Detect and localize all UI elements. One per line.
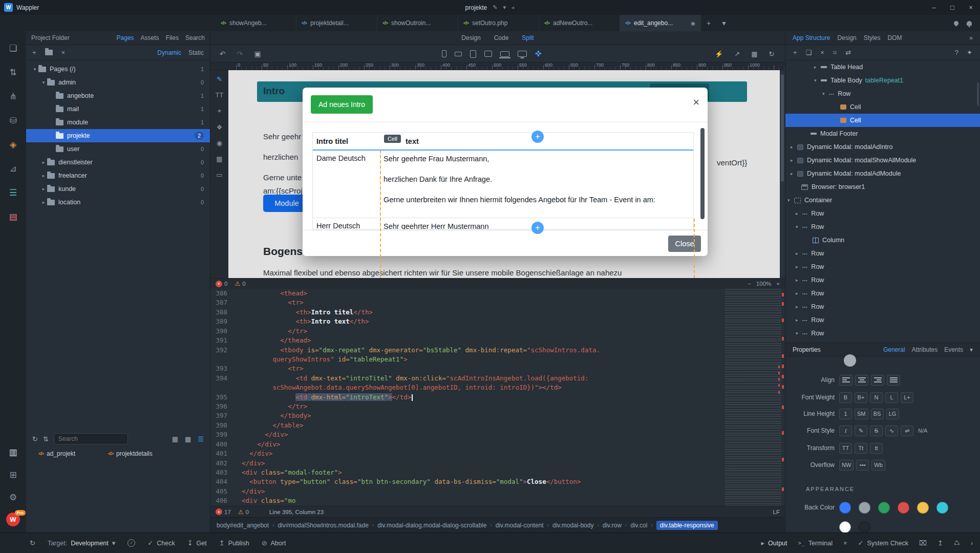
align-left-button[interactable] bbox=[839, 375, 853, 386]
tree-item[interactable]: user0 bbox=[26, 142, 210, 156]
chevron-right-icon[interactable]: ▸ bbox=[40, 173, 47, 178]
breadcrumb-item[interactable]: div#modalShowIntros.modal.fade bbox=[278, 522, 368, 529]
refresh-icon[interactable]: ↻ bbox=[769, 50, 774, 58]
publish-button[interactable]: ↥ Publish bbox=[219, 539, 249, 547]
target-tool-icon[interactable]: ⌖ bbox=[218, 107, 221, 115]
app-tree-item[interactable]: ▸•••Row bbox=[785, 313, 980, 327]
font-weight-option-3[interactable]: L bbox=[885, 392, 898, 403]
tree-item[interactable]: module1 bbox=[26, 116, 210, 129]
frame-tool-icon[interactable]: ▭ bbox=[216, 171, 222, 179]
font-weight-option-1[interactable]: B+ bbox=[855, 392, 867, 403]
app-tree-item[interactable]: ▸•••Row bbox=[785, 247, 980, 260]
tree-item[interactable]: projekte2 bbox=[26, 129, 210, 142]
chevron-right-icon[interactable]: ▸ bbox=[796, 251, 802, 256]
panel-tab-assets[interactable]: Assets bbox=[141, 34, 159, 41]
cell-titel[interactable]: Dame Deutsch bbox=[313, 151, 380, 218]
overflow-option-1[interactable]: ••• bbox=[856, 460, 869, 471]
deploy-icon[interactable]: ↥ bbox=[938, 539, 943, 547]
new-tab-button[interactable]: + bbox=[701, 15, 716, 31]
font-weight-option-0[interactable]: B bbox=[839, 392, 852, 403]
settings-gear-icon[interactable]: ⚙ bbox=[0, 486, 26, 508]
line-height-option-1[interactable]: SM bbox=[855, 409, 868, 419]
view-icon-0[interactable]: ▦ bbox=[172, 435, 178, 443]
project-dropdown-icon[interactable]: ▾ bbox=[503, 4, 506, 11]
line-height-option-0[interactable]: 1 bbox=[839, 409, 852, 419]
chevron-right-icon[interactable]: ▸ bbox=[40, 200, 47, 205]
app-tree-item[interactable]: ▸•••Row bbox=[785, 300, 980, 313]
routes-icon[interactable]: ⇅ bbox=[9, 60, 17, 84]
terminal-button[interactable]: >_ Terminal bbox=[798, 540, 833, 547]
tree-item[interactable]: angebote1 bbox=[26, 89, 210, 102]
inspect-icon[interactable]: ⚡ bbox=[715, 50, 723, 58]
color-swatch[interactable] bbox=[917, 502, 929, 514]
search-input[interactable] bbox=[58, 435, 123, 442]
app-tree-item[interactable]: ▸•••Row bbox=[785, 287, 980, 300]
add-element-icon[interactable]: + bbox=[793, 49, 797, 57]
font-style-option-4[interactable]: ⇌ bbox=[901, 426, 913, 436]
app-tree-item[interactable]: ▾Container bbox=[785, 194, 980, 207]
app-tree-item[interactable]: ▸Dynamic Modal: modalShowAllModule bbox=[785, 154, 980, 167]
color-preview-circle[interactable] bbox=[844, 354, 856, 367]
move-tool-icon[interactable]: ✜ bbox=[535, 49, 542, 58]
app-tree-item[interactable]: ▸Dynamic Modal: modalAdModule bbox=[785, 167, 980, 180]
project-switcher[interactable]: projekte ✎ ▾ + bbox=[465, 0, 515, 15]
packages-icon[interactable]: ▥ bbox=[0, 441, 26, 463]
chevron-right-icon[interactable]: ▸ bbox=[791, 158, 797, 163]
chevron-down-icon[interactable]: ▾ bbox=[822, 91, 829, 96]
chevron-right-icon[interactable]: ▸ bbox=[814, 65, 821, 70]
chevron-down-icon[interactable]: ▾ bbox=[970, 346, 973, 353]
sync-icon[interactable]: ↻ bbox=[30, 539, 35, 547]
chevron-right-icon[interactable]: ▸ bbox=[796, 317, 802, 323]
charts-icon[interactable]: ⊿ bbox=[9, 157, 17, 181]
history-icon[interactable]: ↻ bbox=[32, 435, 38, 443]
align-center-button[interactable] bbox=[855, 375, 868, 386]
copy-element-icon[interactable]: ❏ bbox=[806, 49, 812, 57]
panel-tab-pages[interactable]: Pages bbox=[117, 34, 134, 41]
grid-view-icon[interactable]: ▦ bbox=[751, 50, 757, 58]
eol-indicator[interactable]: LF bbox=[773, 509, 780, 515]
device-tablet-icon[interactable] bbox=[470, 50, 476, 58]
align-justify-button[interactable] bbox=[887, 375, 900, 386]
open-file-item[interactable]: </>projektdetails bbox=[108, 450, 153, 457]
add-row-button[interactable]: + bbox=[531, 131, 544, 143]
chevron-down-icon[interactable]: ▾ bbox=[31, 67, 38, 72]
add-row-button[interactable]: + bbox=[531, 222, 544, 234]
view-icon-1[interactable]: ▩ bbox=[185, 435, 191, 443]
table-row[interactable]: Dame DeutschSehr geehrte Frau Mustermann… bbox=[313, 151, 693, 218]
app-tree-item[interactable]: Browser: browser1 bbox=[785, 180, 980, 194]
device-tablet-landscape-icon[interactable] bbox=[484, 51, 492, 57]
delete-element-icon[interactable]: × bbox=[820, 49, 824, 57]
font-style-option-2[interactable]: S bbox=[870, 426, 883, 436]
breadcrumb-item[interactable]: div.table-responsive bbox=[656, 521, 718, 530]
overflow-option-0[interactable]: NW bbox=[839, 460, 854, 471]
color-swatch[interactable] bbox=[936, 502, 948, 514]
file-tab[interactable]: </>adNewOutro... bbox=[539, 15, 620, 31]
panel-tab-search[interactable]: Search bbox=[185, 34, 205, 41]
tab-design[interactable]: Design bbox=[461, 34, 480, 41]
modal-scrollbar[interactable] bbox=[700, 128, 705, 219]
panel-tab-design[interactable]: Design bbox=[837, 34, 856, 41]
chevron-right-icon[interactable]: ▸ bbox=[796, 264, 802, 269]
font-weight-option-2[interactable]: N bbox=[870, 392, 883, 403]
app-tree-item[interactable]: ▸•••Row bbox=[785, 260, 980, 273]
page-canvas[interactable]: Intro Sehr geehr herzlichen Gerne unte a… bbox=[228, 70, 780, 278]
add-intro-button[interactable]: Ad neues Intro bbox=[311, 95, 373, 114]
chevron-right-icon[interactable]: ▸ bbox=[796, 291, 802, 296]
breadcrumb-item[interactable]: div.col bbox=[630, 522, 647, 529]
tree-item[interactable]: ▸location0 bbox=[26, 196, 210, 209]
app-tree-item[interactable]: ▾Table BodytableRepeat1 bbox=[785, 74, 980, 87]
design-view[interactable]: ✎TT⌖❖◉▦▭ Intro Sehr geehr herzlichen Ger… bbox=[210, 70, 785, 278]
minimize-button[interactable]: – bbox=[925, 0, 943, 15]
panel-tab-dom[interactable]: DOM bbox=[887, 34, 902, 41]
panel-tab-app-structure[interactable]: App Structure bbox=[793, 34, 830, 41]
target-selector[interactable]: Target: Development ▾ bbox=[48, 539, 115, 547]
device-phone-landscape-icon[interactable] bbox=[455, 52, 462, 56]
maximize-button[interactable]: □ bbox=[943, 0, 962, 15]
components-tool-icon[interactable]: ❖ bbox=[217, 123, 223, 131]
file-tab[interactable]: </>projektdetail... bbox=[296, 15, 377, 31]
breadcrumb-item[interactable]: div.modal-body bbox=[552, 522, 593, 529]
transform-option-1[interactable]: Tt bbox=[855, 443, 867, 454]
mode-dynamic[interactable]: Dynamic bbox=[157, 49, 181, 56]
open-file-item[interactable]: </>ad_projekt bbox=[38, 450, 75, 457]
rename-project-icon[interactable]: ✎ bbox=[493, 4, 497, 11]
